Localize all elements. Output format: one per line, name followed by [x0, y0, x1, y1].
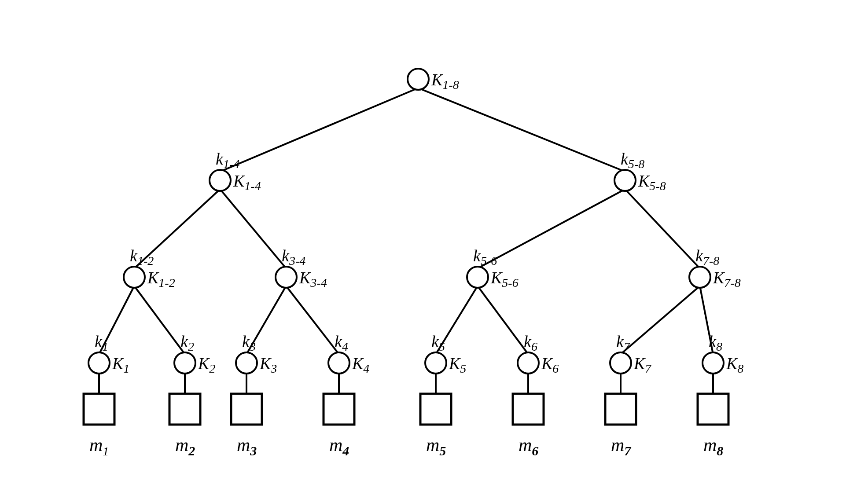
leaf-label: m8 [703, 435, 723, 458]
edge [220, 88, 418, 172]
edge [621, 286, 700, 354]
level3-node-top-label: k1-2 [130, 246, 154, 267]
level3-node-right-label: K5-6 [490, 268, 519, 289]
level4-node-right-label: K1 [112, 354, 129, 375]
level3-node [124, 267, 145, 288]
level4-node-right-label: K7 [633, 354, 651, 375]
level4-node-top-label: k8 [709, 332, 722, 353]
level4-node-top-label: k3 [242, 332, 256, 353]
level3-node-right-label: K3-4 [299, 268, 327, 289]
level4-node [174, 352, 195, 374]
root-node-right-label: K1-8 [431, 70, 459, 92]
leaf-label: m1 [89, 435, 109, 458]
level2-node-top-label: k1-4 [216, 150, 239, 171]
leaf-node [84, 394, 114, 425]
level4-node-right-label: K3 [259, 354, 277, 375]
level4-node [702, 352, 724, 374]
root-node [408, 69, 429, 90]
leaf-label: m4 [329, 435, 349, 458]
level4-node-right-label: K2 [198, 354, 215, 375]
edge [134, 286, 185, 354]
leaf-label: m6 [519, 435, 538, 458]
level4-node-right-label: K5 [449, 354, 466, 375]
edge [220, 189, 286, 268]
level4-node [236, 352, 257, 374]
edge [286, 286, 339, 354]
level4-node-top-label: k1 [95, 332, 108, 353]
level4-node-right-label: K6 [541, 354, 559, 375]
level4-node-top-label: k6 [524, 332, 537, 353]
leaf-node [698, 394, 728, 425]
level4-node [328, 352, 349, 374]
leaf-node [324, 394, 354, 425]
level4-node [425, 352, 446, 374]
level4-node-top-label: k5 [431, 332, 445, 353]
level3-node-top-label: k5-6 [473, 246, 497, 267]
leaf-node [231, 394, 262, 425]
leaf-label: m7 [611, 435, 631, 458]
edge [478, 286, 528, 354]
level3-node-top-label: k7-8 [695, 246, 719, 267]
level4-node [518, 352, 539, 374]
level4-node [88, 352, 110, 374]
leaf-node [420, 394, 451, 425]
level4-node-right-label: K8 [726, 354, 743, 375]
level2-node-top-label: k5-8 [621, 150, 644, 171]
leaf-node [169, 394, 200, 425]
leaf-label: m3 [237, 435, 257, 458]
tree-diagram: K1-8k1-4K1-4k5-8K5-8k1-2K1-2k3-4K3-4k5-6… [0, 0, 868, 491]
level2-node-right-label: K1-4 [233, 172, 261, 193]
leaf-label: m5 [426, 435, 446, 458]
level3-node-right-label: K7-8 [713, 268, 741, 289]
leaf-node [605, 394, 636, 425]
level4-node-top-label: k2 [180, 332, 194, 353]
edge [478, 189, 625, 268]
level2-node-right-label: K5-8 [638, 172, 666, 193]
level3-node-right-label: K1-2 [147, 268, 175, 289]
edge [418, 88, 625, 172]
level4-node-top-label: k7 [616, 332, 630, 353]
level4-node-top-label: k4 [335, 332, 348, 353]
level3-node [276, 267, 297, 288]
level3-node-top-label: k3-4 [282, 246, 305, 267]
level3-node [689, 267, 710, 288]
leaf-label: m2 [175, 435, 195, 458]
edge [625, 189, 700, 268]
level4-node [610, 352, 631, 374]
leaf-node [513, 394, 544, 425]
level3-node [467, 267, 488, 288]
level4-node-right-label: K4 [352, 354, 369, 375]
level2-node [614, 170, 636, 191]
level2-node [210, 170, 231, 191]
